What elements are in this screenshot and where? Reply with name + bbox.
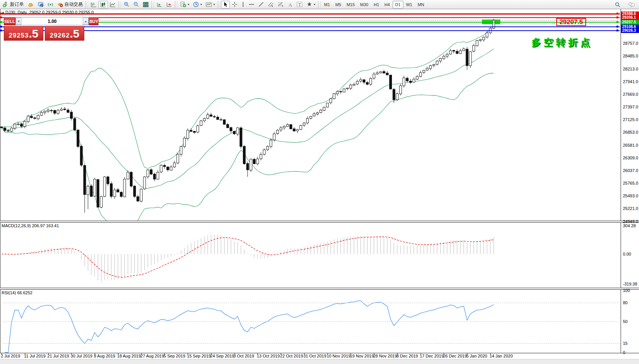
timeframe-button-M5[interactable]: M5 bbox=[333, 1, 344, 8]
deposit-button[interactable] bbox=[26, 1, 36, 8]
price-axis-tick: 26309.0 bbox=[623, 156, 638, 160]
price-axis-tick: 26853.0 bbox=[623, 130, 638, 134]
toolbar-separator bbox=[151, 1, 154, 8]
macd-axis-tick: 0.00 bbox=[623, 252, 631, 256]
trendline-button[interactable] bbox=[256, 1, 266, 8]
price-axis-tick: 25493.0 bbox=[623, 193, 638, 198]
timeframe-button-D1[interactable]: D1 bbox=[393, 1, 403, 8]
search-button[interactable] bbox=[613, 1, 623, 8]
signals-button[interactable] bbox=[46, 1, 55, 8]
date-axis-tick bbox=[257, 353, 258, 354]
volume-input[interactable] bbox=[21, 18, 83, 25]
bar-chart-button[interactable] bbox=[89, 1, 98, 8]
rsi-axis-tick: 100 bbox=[623, 288, 630, 293]
date-axis-label: 8 Aug 2019 bbox=[94, 354, 115, 358]
date-axis-tick bbox=[467, 353, 467, 354]
rsi-level-line bbox=[0, 321, 620, 322]
toolbar-right bbox=[613, 0, 637, 9]
price-level-axis-label: 29207.5 bbox=[621, 20, 639, 25]
timeframe-button-M15[interactable]: M15 bbox=[344, 1, 357, 8]
arrows-button[interactable]: ▾ bbox=[305, 1, 317, 8]
periods-button[interactable]: ▾ bbox=[191, 1, 204, 8]
price-axis-tick: 24949.0 bbox=[623, 219, 638, 224]
dropdown-caret-icon[interactable]: ▾ bbox=[314, 3, 315, 6]
price-level-line[interactable] bbox=[0, 26, 620, 27]
rsi-level-line bbox=[0, 343, 620, 344]
date-axis-tick bbox=[374, 353, 374, 354]
dropdown-caret-icon[interactable]: ▾ bbox=[188, 3, 189, 6]
macd-label: MACD(12,26,9) 206.97 163.41 bbox=[2, 223, 59, 228]
horizontal-line-button[interactable] bbox=[247, 1, 256, 8]
svg-text:T: T bbox=[298, 2, 301, 7]
text-label-button[interactable]: T bbox=[295, 1, 305, 8]
zoom-in-button[interactable] bbox=[122, 1, 131, 8]
chat-button[interactable] bbox=[626, 1, 637, 8]
sell-price-frac: .5 bbox=[29, 28, 38, 39]
templates-button[interactable]: ▾ bbox=[204, 1, 217, 8]
tile-windows-button[interactable] bbox=[141, 1, 151, 8]
candlestick-chart-button[interactable] bbox=[98, 1, 108, 8]
price-axis-line bbox=[621, 9, 621, 353]
one-click-trading-panel: SELL ▼ ▲ BUY 29253 .5 29262 .5 bbox=[4, 17, 84, 41]
price-annotation-box[interactable]: 29207.5 bbox=[556, 18, 586, 26]
sell-price-button[interactable]: 29253 .5 bbox=[4, 26, 43, 41]
timeframe-button-M30[interactable]: M30 bbox=[357, 1, 371, 8]
auto-scroll-button[interactable] bbox=[155, 1, 164, 8]
rsi-axis-tick: 80 bbox=[623, 300, 628, 305]
line-end-marker bbox=[616, 16, 618, 18]
auto-trading-button-label: 自动交易 bbox=[64, 1, 83, 8]
fibonacci-button[interactable]: F bbox=[276, 1, 286, 8]
vertical-line-button[interactable] bbox=[239, 1, 247, 8]
market-watch-button[interactable] bbox=[36, 1, 46, 8]
search-icon bbox=[615, 2, 621, 8]
timeframe-button-H1[interactable]: H1 bbox=[371, 1, 382, 8]
buy-button[interactable]: BUY bbox=[89, 17, 98, 25]
autotrade-icon bbox=[57, 2, 63, 7]
sell-button[interactable]: SELL bbox=[4, 17, 15, 25]
channel-icon: E bbox=[268, 2, 274, 7]
date-axis-tick bbox=[281, 353, 281, 354]
macd-histogram bbox=[2, 234, 494, 282]
crosshair-button[interactable] bbox=[230, 1, 239, 8]
price-chart[interactable] bbox=[0, 9, 621, 221]
macd-indicator-chart[interactable] bbox=[0, 223, 621, 288]
date-axis-tick bbox=[351, 353, 351, 354]
timeframe-button-W1[interactable]: W1 bbox=[403, 1, 415, 8]
indicators-button[interactable]: ▾ bbox=[178, 1, 191, 8]
timeframe-button-M1[interactable]: M1 bbox=[321, 1, 333, 8]
timeframe-button-H4[interactable]: H4 bbox=[382, 1, 393, 8]
dropdown-caret-icon[interactable]: ▾ bbox=[200, 3, 202, 6]
text-icon: A bbox=[288, 2, 293, 7]
volume-increase-button[interactable]: ▲ bbox=[83, 18, 88, 25]
toolbar-separator bbox=[218, 1, 220, 8]
chart-shift-button[interactable] bbox=[164, 1, 174, 8]
volume-decrease-button[interactable]: ▼ bbox=[16, 18, 21, 25]
zoom-out-button[interactable] bbox=[131, 1, 141, 8]
dropdown-caret-icon[interactable]: ▾ bbox=[213, 3, 215, 6]
price-level-line[interactable] bbox=[0, 30, 620, 31]
vline-icon bbox=[241, 2, 245, 7]
auto-trading-button[interactable]: 自动交易 bbox=[55, 1, 85, 8]
candlesticks bbox=[0, 19, 495, 213]
rsi-axis-tick: 15 bbox=[623, 341, 628, 346]
rsi-axis-tick: 0 bbox=[623, 350, 625, 355]
rsi-line bbox=[5, 301, 494, 353]
text-button[interactable]: A bbox=[286, 1, 295, 8]
fibo-icon: F bbox=[278, 2, 284, 7]
date-axis-tick bbox=[397, 353, 398, 354]
price-axis-tick: 27397.0 bbox=[623, 105, 638, 109]
auto-scroll-icon bbox=[157, 2, 162, 7]
toolbar-separator bbox=[175, 1, 177, 8]
price-axis-tick: 26581.0 bbox=[623, 143, 638, 148]
line-chart-button[interactable] bbox=[108, 1, 118, 8]
chat-icon bbox=[628, 2, 635, 7]
date-axis-label: 14 Jan 2020 bbox=[490, 354, 513, 358]
turning-point-annotation[interactable]: 多空转折点 bbox=[531, 36, 593, 49]
buy-price-button[interactable]: 29262 .5 bbox=[45, 26, 84, 41]
timeframe-button-MN[interactable]: MN bbox=[415, 1, 427, 8]
cursor-button[interactable] bbox=[221, 1, 230, 8]
date-axis-label: 2 Jul 2019 bbox=[1, 354, 20, 358]
equidistant-channel-button[interactable]: E bbox=[266, 1, 276, 8]
date-axis-label: 13 Oct 2019 bbox=[257, 354, 280, 358]
new-order-button[interactable]: 新订单 bbox=[1, 1, 26, 8]
